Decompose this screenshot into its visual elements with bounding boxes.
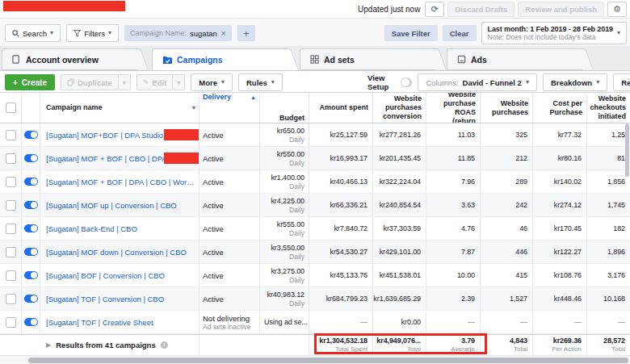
discard-drafts-button[interactable]: Discard Drafts [447, 2, 514, 17]
filters-button[interactable]: Filters ▾ [66, 24, 119, 42]
column-header-purchase-roas[interactable]: Website purchase ROAS (return [426, 93, 481, 123]
purchase-roas-cell: 10.00 [426, 264, 481, 287]
toolbar-left: + Create Duplicate ▾ ✎ Edit ▾ More ▾ [5, 73, 283, 91]
campaign-name-link[interactable]: [Sugatan] BOF | Conversion | CBO [46, 271, 165, 280]
row-checkbox[interactable] [6, 177, 16, 187]
add-filter-button[interactable]: + [237, 25, 255, 41]
refresh-button[interactable]: ⟳ [425, 2, 444, 17]
filter-icon [74, 30, 81, 37]
row-checkbox[interactable] [6, 247, 16, 257]
vertical-scrollbar[interactable] [625, 123, 629, 177]
cost-per-purchase-cell: kr448.46 [533, 287, 587, 310]
reports-button[interactable]: Reports ▾ [613, 73, 630, 91]
column-header-budget[interactable]: Budget [260, 93, 309, 123]
chevron-down-icon: ▾ [108, 30, 111, 36]
purchase-roas-cell: 2.39 [426, 287, 481, 310]
chevron-down-icon: ▾ [596, 79, 599, 86]
edit-button[interactable]: ✎ Edit [136, 74, 174, 90]
column-header-delivery[interactable]: Delivery ▲ [200, 93, 260, 123]
more-button[interactable]: More ▾ [191, 73, 233, 91]
redaction-campaign-name [164, 153, 200, 164]
campaign-name-link[interactable]: [Sugatan] Back-End | CBO [46, 224, 137, 233]
amount-spent-cell: kr66,336.21 [309, 194, 373, 216]
table-row: [Sugatan] TOF | Conversion | CBO Active … [0, 287, 630, 311]
column-header-website-purchases[interactable]: Website purchases [481, 93, 533, 123]
campaign-name-link[interactable]: [Sugatan] MOF + BOF | DPA | CBO | Worldw… [46, 178, 195, 186]
website-purchases-cell: 46 [481, 217, 533, 240]
view-setup-toggle[interactable] [401, 77, 413, 87]
website-purchases-cell: 242 [481, 194, 533, 216]
campaign-active-toggle[interactable] [24, 248, 38, 256]
gear-icon: ⚙ [613, 4, 621, 15]
cost-per-purchase-cell: kr274.12 [533, 194, 587, 216]
budget-cell: kr4,225.00Daily [260, 194, 309, 216]
column-header-amount-spent[interactable]: Amount spent [309, 93, 373, 123]
save-filter-button[interactable]: Save Filter [384, 25, 438, 41]
breakdown-button[interactable]: Breakdown ▾ [543, 73, 607, 91]
row-checkbox[interactable] [6, 317, 16, 328]
purchases-conversion-cell: kr429,101.00 [373, 241, 426, 263]
checkouts-initiated-cell: 3,176 [587, 264, 630, 287]
column-header-campaign-name[interactable]: Campaign name ▾ [40, 93, 200, 123]
tab-account-overview[interactable]: Account overview [2, 48, 137, 70]
tab-ads[interactable]: Ads [447, 48, 582, 70]
campaign-active-toggle[interactable] [24, 295, 38, 303]
website-purchases-cell: 212 [481, 147, 533, 169]
duplicate-button[interactable]: Duplicate [61, 74, 119, 90]
purchases-conversion-cell: kr37,303.59 [373, 217, 426, 240]
campaign-name-link[interactable]: [Sugatan] TOF | Conversion | CBO [46, 295, 164, 303]
search-button[interactable]: Search ▾ [5, 24, 61, 42]
redaction-campaign-name [164, 129, 200, 140]
settings-button[interactable]: ⚙ [607, 2, 627, 17]
campaign-name-link[interactable]: [Sugatan] MOF down | Conversion | CBO [46, 248, 187, 257]
campaign-active-toggle[interactable] [24, 271, 38, 279]
table-row: [Sugatan] MOF + BOF | DPA | CBO | Worldw… [0, 170, 630, 194]
website-purchases-cell: 325 [481, 123, 533, 146]
row-checkbox[interactable] [6, 130, 16, 140]
horizontal-scrollbar[interactable] [28, 358, 628, 363]
top-bar: Updated just now ⟳ Discard Drafts Review… [0, 0, 630, 19]
campaign-name-link[interactable]: [Sugatan] MOF up | Conversion | CBO [46, 201, 177, 210]
campaign-active-toggle[interactable] [24, 318, 38, 326]
cost-per-purchase-cell: kr122.27 [533, 241, 587, 263]
clear-filter-button[interactable]: Clear [443, 25, 477, 41]
row-checkbox[interactable] [6, 224, 16, 234]
review-and-publish-button[interactable]: Review and publish [518, 2, 604, 17]
remove-filter-icon[interactable]: × [221, 29, 226, 38]
campaign-active-toggle[interactable] [24, 154, 38, 162]
row-checkbox[interactable] [6, 270, 16, 281]
duplicate-dropdown-button[interactable]: ▾ [119, 74, 131, 90]
date-range-picker[interactable]: Last month: 1 Feb 2019 - 28 Feb 2019 Not… [481, 22, 627, 44]
tab-ad-sets[interactable]: Ad sets [300, 48, 435, 70]
create-button[interactable]: + Create [5, 74, 55, 90]
select-all-checkbox[interactable] [6, 103, 16, 113]
column-header-checkouts-initiated[interactable]: Website checkouts initiated [587, 93, 630, 123]
campaign-active-toggle[interactable] [24, 131, 38, 139]
checkouts-initiated-cell: 1,25 [587, 123, 630, 146]
checkouts-initiated-cell: 1,896 [587, 241, 630, 263]
column-header-purchases-conversion[interactable]: Website purchases conversion [373, 93, 426, 123]
filter-chip-campaign-name[interactable]: Campaign Name: sugatan × [124, 25, 232, 41]
campaign-active-toggle[interactable] [24, 201, 38, 209]
campaign-active-toggle[interactable] [24, 178, 38, 186]
amount-spent-cell: kr54,530.27 [309, 241, 373, 263]
checkouts-initiated-cell: — [587, 311, 630, 333]
total-purchase-roas: 3.79Average [426, 335, 481, 355]
row-checkbox[interactable] [6, 294, 16, 304]
total-website-purchases: 4,843Total [481, 335, 533, 355]
table-row: [Sugatan] MOF down | Conversion | CBO Ac… [0, 241, 630, 264]
row-checkbox[interactable] [6, 153, 16, 164]
tab-campaigns[interactable]: Campaigns [152, 48, 288, 71]
results-summary[interactable]: ▶ Results from 41 campaigns i [0, 335, 200, 355]
row-checkbox[interactable] [6, 200, 16, 211]
columns-button[interactable]: Columns: David - Funnel 2 ▾ [418, 73, 537, 91]
refresh-icon: ⟳ [431, 4, 439, 15]
campaign-name-link[interactable]: [Sugatan] TOF | Creative Sheet [46, 318, 153, 327]
column-header-cost-per-purchase[interactable]: Cost per Purchase [533, 93, 587, 123]
purchases-conversion-cell: kr322,224.04 [373, 170, 426, 193]
campaign-active-toggle[interactable] [24, 224, 38, 232]
rules-button[interactable]: Rules ▾ [238, 73, 283, 91]
edit-dropdown-button[interactable]: ▾ [173, 74, 185, 90]
tab-strip: Account overview Campaigns Ad sets Ads [0, 46, 630, 71]
amount-spent-cell: kr45,133.76 [309, 264, 373, 287]
